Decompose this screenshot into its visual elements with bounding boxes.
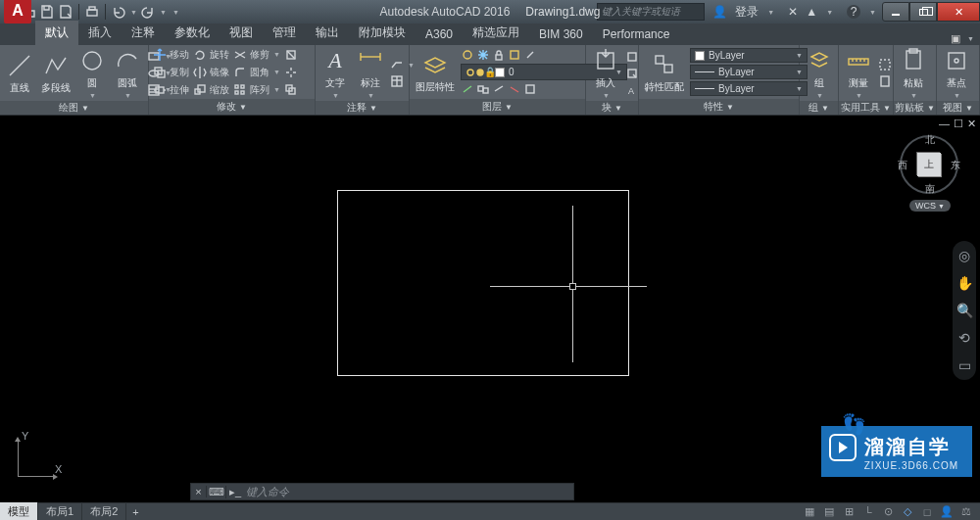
quickcalc-icon[interactable] (878, 74, 892, 88)
tab-附加模块[interactable]: 附加模块 (349, 21, 416, 45)
layout-add-button[interactable]: + (126, 504, 144, 520)
doc-maximize-button[interactable]: ☐ (954, 118, 963, 130)
nav-showmotion-icon[interactable]: ▭ (956, 356, 973, 374)
wcs-badge[interactable]: WCS▼ (909, 200, 951, 212)
doc-close-button[interactable]: ✕ (967, 118, 976, 130)
panel-annot-label[interactable]: 注释▼ (316, 101, 409, 115)
arc-button[interactable]: 圆弧▼ (112, 47, 143, 99)
window-restore-button[interactable] (909, 2, 937, 22)
layout-tab-布局2[interactable]: 布局2 (82, 502, 126, 520)
status-scale-icon[interactable]: ⚖ (958, 505, 974, 519)
linetype-combo[interactable]: ByLayer▼ (690, 81, 808, 96)
panel-draw-label[interactable]: 绘图▼ (0, 101, 148, 115)
tab-管理[interactable]: 管理 (263, 21, 306, 45)
qat-saveas-icon[interactable] (58, 4, 74, 20)
tab-精选应用[interactable]: 精选应用 (463, 21, 529, 45)
circle-button[interactable]: 圆▼ (76, 47, 108, 99)
paste-button[interactable]: 粘贴▼ (898, 47, 929, 99)
base-point-button[interactable]: 基点▼ (941, 47, 972, 99)
signin-icon[interactable]: 👤 (712, 5, 727, 19)
measure-button[interactable]: 测量▼ (843, 47, 874, 99)
layer-match-icon[interactable] (476, 82, 490, 96)
qat-plot-icon[interactable] (84, 4, 100, 20)
tab-Performance[interactable]: Performance (593, 24, 680, 45)
dimension-button[interactable]: 标注▼ (355, 47, 386, 99)
window-minimize-button[interactable] (882, 2, 909, 22)
cmdline-close-icon[interactable]: × (191, 486, 207, 497)
redo-dropdown-icon[interactable]: ▼ (160, 9, 167, 16)
ribbon-expand-icon[interactable]: ▣ (951, 32, 960, 45)
cmdline-options-icon[interactable]: ⌨ (207, 486, 226, 498)
array-button[interactable]: 阵列▼ (233, 83, 280, 97)
help-icon[interactable]: ? (847, 5, 860, 19)
layer-freeze-icon[interactable] (476, 48, 490, 62)
explode-icon[interactable] (284, 66, 298, 79)
layer-isolate-icon[interactable] (508, 48, 521, 62)
panel-group-label[interactable]: 组▼ (800, 101, 838, 115)
status-anno-icon[interactable]: 👤 (939, 505, 955, 519)
block-insert-button[interactable]: 插入▼ (590, 47, 621, 99)
undo-dropdown-icon[interactable]: ▼ (130, 9, 137, 16)
tab-视图[interactable]: 视图 (220, 21, 263, 45)
window-close-button[interactable]: ✕ (937, 2, 980, 22)
qat-redo-icon[interactable] (140, 4, 156, 20)
fillet-button[interactable]: 圆角▼ (233, 66, 280, 79)
move-button[interactable]: 移动 (153, 48, 189, 62)
lineweight-combo[interactable]: ByLayer▼ (690, 65, 808, 79)
layout-tab-布局1[interactable]: 布局1 (38, 502, 82, 520)
copy-button[interactable]: 复制 (153, 66, 189, 79)
status-snap-icon[interactable]: ⊞ (841, 505, 857, 519)
status-osnap-icon[interactable]: □ (919, 505, 935, 519)
doc-minimize-button[interactable]: — (939, 118, 950, 130)
rotate-button[interactable]: 旋转 (193, 48, 229, 62)
panel-block-label[interactable]: 块▼ (586, 101, 638, 115)
qat-save-icon[interactable] (39, 4, 55, 20)
layer-properties-button[interactable]: 图层特性 (414, 51, 457, 94)
drawing-canvas[interactable]: — ☐ ✕ 上 北 南 西 东 WCS▼ ◎ ✋ 🔍 ⟲ ▭ Y X 👣 × ⌨… (0, 116, 980, 502)
nav-wheel-icon[interactable]: ◎ (956, 247, 973, 264)
layer-unisolate-icon[interactable] (508, 82, 521, 96)
viewcube-top[interactable]: 上 (917, 153, 941, 176)
polyline-button[interactable]: 多段线 (39, 52, 73, 95)
nav-zoom-icon[interactable]: 🔍 (956, 302, 973, 319)
command-line[interactable]: × ⌨ ▸_ 键入命令 (190, 483, 574, 500)
tab-插入[interactable]: 插入 (78, 21, 122, 45)
status-iso-icon[interactable]: ◇ (900, 505, 915, 519)
search-input[interactable]: 键入关键字或短语 (597, 3, 705, 21)
panel-clip-label[interactable]: 剪贴板▼ (894, 101, 936, 115)
exchange-icon[interactable]: ✕ (788, 5, 798, 19)
layer-prev-icon[interactable] (492, 82, 506, 96)
qat-undo-icon[interactable] (111, 4, 126, 20)
stayconnected-icon[interactable]: ▲ (806, 5, 817, 19)
line-button[interactable]: 直线 (4, 52, 35, 95)
layout-tab-模型[interactable]: 模型 (0, 502, 38, 520)
offset-icon[interactable] (284, 83, 298, 97)
group-button[interactable]: 组▼ (804, 47, 835, 99)
panel-props-label[interactable]: 特性▼ (639, 99, 799, 115)
select-icon[interactable] (878, 58, 892, 71)
status-polar-icon[interactable]: ⊙ (880, 505, 896, 519)
mirror-button[interactable]: 镜像 (193, 66, 229, 79)
layer-off-icon[interactable] (461, 48, 474, 62)
cmdline-input[interactable]: 键入命令 (244, 485, 573, 499)
color-combo[interactable]: ByLayer▼ (690, 48, 808, 63)
panel-layers-label[interactable]: 图层▼ (410, 99, 585, 115)
app-menu-button[interactable]: A (4, 0, 31, 24)
nav-orbit-icon[interactable]: ⟲ (956, 329, 973, 347)
layer-more-icon[interactable] (523, 48, 537, 62)
signin-label[interactable]: 登录 (735, 4, 759, 21)
panel-view-label[interactable]: 视图▼ (937, 101, 979, 115)
status-model-icon[interactable]: ▦ (802, 505, 817, 519)
layer-lock-icon[interactable] (492, 48, 506, 62)
match-properties-button[interactable]: 特性匹配 (643, 51, 686, 94)
panel-modify-label[interactable]: 修改▼ (149, 99, 315, 115)
status-ortho-icon[interactable]: └ (860, 505, 876, 519)
tab-A360[interactable]: A360 (416, 24, 463, 45)
nav-pan-icon[interactable]: ✋ (956, 274, 973, 292)
stretch-button[interactable]: 拉伸 (153, 83, 189, 97)
tab-参数化[interactable]: 参数化 (165, 21, 220, 45)
qat-customize-icon[interactable]: ▼ (172, 9, 179, 16)
status-grid-icon[interactable]: ▤ (821, 505, 837, 519)
erase-icon[interactable] (284, 48, 298, 62)
panel-utils-label[interactable]: 实用工具▼ (839, 101, 893, 115)
